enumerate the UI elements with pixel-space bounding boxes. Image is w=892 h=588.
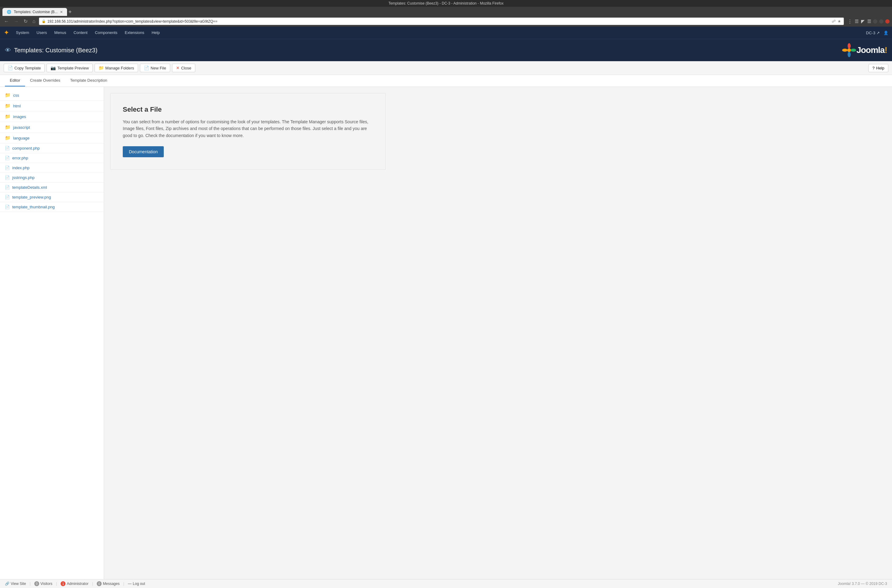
folder-icon: 📁 bbox=[5, 124, 11, 130]
nav-user-icon[interactable]: 👤 bbox=[883, 31, 888, 35]
nav-content[interactable]: Content bbox=[70, 27, 91, 39]
main-layout: 📁 css 📁 html 📁 images 📁 javascript 📁 lan… bbox=[0, 87, 892, 579]
help-button[interactable]: ? Help bbox=[868, 64, 888, 72]
sidebar-file-template-preview-png[interactable]: 📄 template_preview.png bbox=[0, 192, 104, 202]
joomla-brand: Joomla! bbox=[842, 43, 887, 57]
tabs-row: Editor Create Overrides Template Descrip… bbox=[0, 75, 892, 87]
tab-favicon: 🌐 bbox=[7, 10, 11, 14]
folder-icon: 📁 bbox=[5, 114, 11, 119]
nav-menus[interactable]: Menus bbox=[51, 27, 70, 39]
footer-view-site[interactable]: 🔗 View Site bbox=[5, 582, 26, 586]
footer-visitors: 0 Visitors bbox=[34, 581, 53, 586]
footer-version: Joomla! 3.7.0 — © 2019 DC-3 bbox=[838, 582, 887, 586]
sidebar-file-templatedetails-xml[interactable]: 📄 templateDetails.xml bbox=[0, 183, 104, 192]
browser-tab[interactable]: 🌐 Templates: Customise (B... ✕ bbox=[3, 8, 67, 16]
view-site-icon: 🔗 bbox=[5, 582, 9, 586]
file-icon: 📄 bbox=[5, 195, 10, 200]
tab-bar: 🌐 Templates: Customise (B... ✕ + bbox=[0, 7, 892, 16]
manage-folders-button[interactable]: 📁 Manage Folders bbox=[95, 64, 138, 72]
joomla-exclaim: ! bbox=[884, 45, 887, 55]
joomla-brand-text: Joomla! bbox=[856, 45, 887, 55]
sidebar-folder-css[interactable]: 📁 css bbox=[0, 90, 104, 100]
address-bar-row: ← → ↻ ⌂ 🔒 192.168.56.101/administrator/i… bbox=[0, 16, 892, 27]
extensions-icon[interactable]: ⋮ bbox=[848, 19, 852, 24]
window-controls bbox=[873, 19, 889, 24]
logout-icon: — bbox=[128, 582, 132, 586]
folder-icon: 📁 bbox=[5, 92, 11, 98]
footer: 🔗 View Site | 0 Visitors | 1 Administrat… bbox=[0, 579, 892, 588]
svg-point-1 bbox=[848, 43, 851, 49]
copy-template-button[interactable]: 📄 Copy Template bbox=[4, 64, 45, 72]
sidebar-file-jsstrings-php[interactable]: 📄 jsstrings.php bbox=[0, 173, 104, 183]
sidebar-file-index-php[interactable]: 📄 index.php bbox=[0, 163, 104, 173]
svg-point-2 bbox=[851, 49, 856, 52]
close-icon: ✕ bbox=[176, 66, 180, 70]
browser-title-bar: Templates: Customise (Beez3) - DC-3 - Ad… bbox=[0, 0, 892, 7]
joomla-nav-icon: ✦ bbox=[4, 29, 9, 37]
nav-users[interactable]: Users bbox=[33, 27, 51, 39]
sidebar: 📁 css 📁 html 📁 images 📁 javascript 📁 lan… bbox=[0, 87, 104, 579]
sidebar-folder-images[interactable]: 📁 images bbox=[0, 111, 104, 122]
minimize-button[interactable] bbox=[873, 19, 877, 24]
tab-template-description[interactable]: Template Description bbox=[65, 75, 112, 87]
close-button[interactable]: ✕ Close bbox=[172, 64, 195, 72]
nav-extensions[interactable]: Extensions bbox=[121, 27, 148, 39]
joomla-flower-svg bbox=[842, 43, 856, 57]
tab-editor[interactable]: Editor bbox=[5, 75, 25, 87]
tab-close-icon[interactable]: ✕ bbox=[60, 10, 63, 14]
lock-icon: 🔒 bbox=[42, 19, 46, 23]
template-preview-button[interactable]: 📷 Template Preview bbox=[47, 64, 93, 72]
nav-components[interactable]: Components bbox=[91, 27, 121, 39]
documentation-button[interactable]: Documentation bbox=[123, 146, 164, 157]
sidebar-file-error-php[interactable]: 📄 error.php bbox=[0, 153, 104, 163]
footer-administrator: 1 Administrator bbox=[61, 581, 89, 586]
page-title-area: 👁 Templates: Customise (Beez3) bbox=[5, 47, 98, 54]
nav-system[interactable]: System bbox=[12, 27, 33, 39]
copy-template-icon: 📄 bbox=[8, 66, 13, 70]
toolbar: 📄 Copy Template 📷 Template Preview 📁 Man… bbox=[0, 61, 892, 75]
home-button[interactable]: ⌂ bbox=[31, 18, 37, 25]
forward-button[interactable]: → bbox=[12, 18, 20, 25]
footer-logout[interactable]: — Log out bbox=[128, 582, 145, 586]
file-icon: 📄 bbox=[5, 146, 10, 150]
folder-icon: 📁 bbox=[5, 103, 11, 109]
sidebar-toggle-icon[interactable]: ◤ bbox=[861, 19, 865, 24]
joomla-navbar: ✦ System Users Menus Content Components … bbox=[0, 27, 892, 39]
nav-site-link[interactable]: DC-3 ↗ bbox=[866, 31, 880, 35]
sidebar-file-component-php[interactable]: 📄 component.php bbox=[0, 144, 104, 153]
svg-point-4 bbox=[842, 49, 848, 52]
sidebar-folder-html[interactable]: 📁 html bbox=[0, 100, 104, 111]
new-file-button[interactable]: 📄 New File bbox=[140, 64, 170, 72]
select-file-text: You can select from a number of options … bbox=[123, 118, 373, 139]
close-window-button[interactable] bbox=[885, 19, 889, 24]
bookmark-icon[interactable]: ☍ bbox=[832, 19, 836, 24]
file-icon: 📄 bbox=[5, 205, 10, 209]
address-bar[interactable]: 🔒 192.168.56.101/administrator/index.php… bbox=[39, 18, 844, 25]
tab-title: Templates: Customise (B... bbox=[14, 10, 57, 14]
svg-point-0 bbox=[847, 48, 851, 52]
sidebar-folder-language[interactable]: 📁 language bbox=[0, 133, 104, 144]
tab-create-overrides[interactable]: Create Overrides bbox=[25, 75, 65, 87]
refresh-button[interactable]: ↻ bbox=[22, 18, 29, 25]
sidebar-folder-javascript[interactable]: 📁 javascript bbox=[0, 122, 104, 133]
reading-list-icon[interactable]: ☰ bbox=[854, 19, 859, 24]
nav-help[interactable]: Help bbox=[148, 27, 164, 39]
new-file-icon: 📄 bbox=[144, 66, 149, 70]
new-tab-button[interactable]: + bbox=[68, 9, 72, 15]
menu-icon[interactable]: ☰ bbox=[867, 19, 871, 24]
visitors-badge: 0 bbox=[34, 581, 39, 586]
footer-messages: 0 Messages bbox=[97, 581, 120, 586]
template-preview-icon: 📷 bbox=[51, 66, 56, 70]
nav-items: System Users Menus Content Components Ex… bbox=[12, 27, 164, 39]
file-icon: 📄 bbox=[5, 156, 10, 160]
address-actions: ☍ ★ bbox=[832, 19, 841, 24]
svg-point-3 bbox=[848, 52, 851, 57]
star-icon[interactable]: ★ bbox=[838, 19, 841, 24]
nav-right: DC-3 ↗ 👤 bbox=[866, 31, 888, 35]
back-button[interactable]: ← bbox=[3, 18, 11, 25]
folder-icon: 📁 bbox=[5, 135, 11, 141]
sidebar-file-template-thumbnail-png[interactable]: 📄 template_thumbnail.png bbox=[0, 202, 104, 212]
maximize-button[interactable] bbox=[879, 19, 883, 24]
browser-menu-icons: ⋮ ☰ ◤ ☰ bbox=[848, 19, 871, 24]
select-file-box: Select a File You can select from a numb… bbox=[110, 93, 386, 170]
